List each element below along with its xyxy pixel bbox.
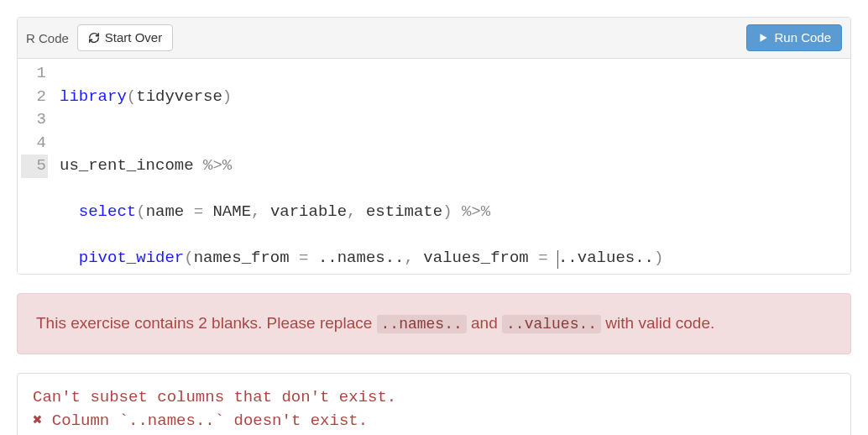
toolbar: R Code Start Over Run Code [18,18,850,59]
run-code-button[interactable]: Run Code [746,24,842,51]
error-line: Can't subset columns that don't exist. [33,388,396,406]
hint-blank: ..values.. [502,315,601,333]
error-line: Column `..names..` doesn't exist. [42,411,368,430]
line-number: 2 [21,86,48,109]
start-over-button[interactable]: Start Over [77,24,173,51]
line-number: 1 [21,62,48,86]
hint-text: with valid code. [601,314,714,332]
hint-text: and [467,314,502,332]
exercise-panel: R Code Start Over Run Code 1 [17,17,851,275]
hint-text: This exercise contains 2 blanks. Please … [36,314,377,332]
line-gutter: 1 2 3 4 5 [18,59,56,274]
start-over-label: Start Over [105,30,162,45]
play-icon [757,32,769,44]
hint-alert: This exercise contains 2 blanks. Please … [17,293,851,354]
line-number: 4 [21,132,48,155]
line-number: 3 [21,108,48,132]
hint-blank: ..names.. [377,315,467,333]
code-line: library(tidyverse) [60,86,844,109]
error-x-icon: ✖ [33,411,42,430]
toolbar-label: R Code [26,31,69,45]
code-editor[interactable]: 1 2 3 4 5 library(tidyverse) us_rent_inc… [18,59,850,274]
error-output: Can't subset columns that don't exist. ✖… [17,373,851,435]
run-code-label: Run Code [774,30,831,45]
code-line: pivot_wider(names_from = ..names.., valu… [60,247,844,270]
code-line: us_rent_income %>% [60,155,844,178]
code-area[interactable]: library(tidyverse) us_rent_income %>% se… [56,59,850,274]
line-number: 5 [21,155,48,178]
code-line: select(name = NAME, variable, estimate) … [60,201,844,224]
refresh-icon [88,32,100,44]
